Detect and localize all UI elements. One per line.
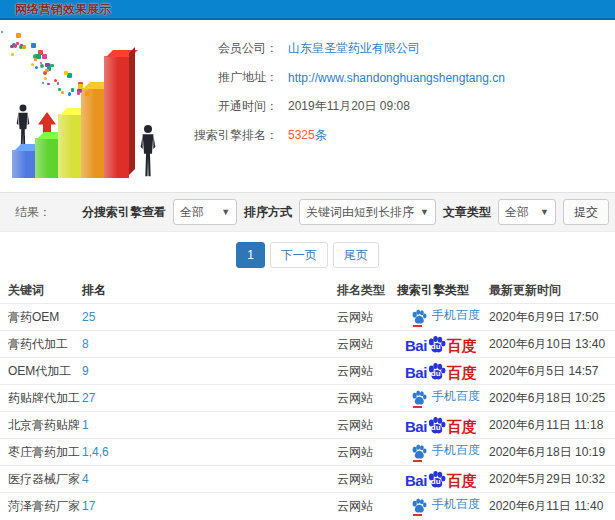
page-1-button[interactable]: 1	[236, 242, 265, 268]
engine-label: 手机百度	[432, 307, 480, 324]
chart-bar-1	[12, 150, 37, 178]
baidu-logo-name: 百度	[447, 365, 477, 380]
confetti-dot	[45, 69, 48, 72]
engine-filter-label: 分搜索引擎查看	[82, 204, 166, 221]
article-type-select[interactable]: 全部 ▼	[498, 199, 556, 225]
engine-select-value: 全部	[180, 204, 204, 221]
confetti-dot	[85, 91, 90, 96]
baidu-logo: Bai du 百度	[405, 334, 477, 353]
confetti-dot	[42, 82, 44, 84]
baidu-logo-bai: Bai	[405, 473, 427, 488]
time-cell: 2020年6月5日 14:57	[489, 364, 598, 378]
time-cell: 2020年5月29日 10:32	[489, 472, 605, 486]
engine-select[interactable]: 全部 ▼	[173, 199, 237, 225]
confetti-dot	[64, 71, 68, 75]
rank-type-cell: 云网站	[337, 337, 373, 351]
engine-cell: 手机百度	[397, 442, 489, 462]
baidu-logo-bai: Bai	[405, 338, 427, 353]
mobile-baidu-logo: 手机百度	[411, 442, 480, 459]
chevron-down-icon: ▼	[221, 207, 230, 217]
info-field-label: 会员公司：	[182, 40, 278, 57]
info-field-value[interactable]: http://www.shandonghuangshengtang.cn	[288, 71, 505, 85]
confetti-dot	[31, 43, 36, 48]
rank-link[interactable]: 1	[82, 418, 89, 432]
info-field-value: 2019年11月20日 09:08	[288, 98, 410, 115]
baidu-logo: Bai du 百度	[405, 415, 477, 434]
rank-link[interactable]: 9	[82, 364, 89, 378]
info-field-row: 会员公司： 山东皇圣堂药业有限公司	[182, 34, 612, 63]
time-cell: 2020年6月18日 10:25	[489, 391, 605, 405]
baidu-logo-bai: Bai	[405, 419, 427, 434]
info-field-label: 推广地址：	[182, 69, 278, 86]
keyword-cell: 膏药OEM	[8, 310, 59, 324]
rank-type-cell: 云网站	[337, 499, 373, 513]
col-header-rank: 排名	[82, 282, 337, 299]
confetti-dot	[35, 66, 38, 69]
businessman-right-icon	[138, 124, 158, 178]
info-field-row: 开通时间： 2019年11月20日 09:08	[182, 92, 612, 121]
baidu-logo: Bai du 百度	[405, 361, 477, 380]
pagination: 1 下一页 尾页	[0, 232, 615, 278]
info-field-label: 搜索引擎排名：	[182, 127, 278, 144]
submit-button[interactable]: 提交	[563, 199, 609, 225]
table-header-row: 关键词 排名 排名类型 搜索引擎类型 最新更新时间	[0, 278, 615, 303]
info-fields: 会员公司： 山东皇圣堂药业有限公司 推广地址： http://www.shand…	[182, 34, 612, 150]
info-field-label: 开通时间：	[182, 98, 278, 115]
confetti-dot	[22, 45, 26, 49]
article-type-value: 全部	[505, 204, 529, 221]
keyword-cell: 北京膏药贴牌	[8, 418, 80, 432]
results-table: 关键词 排名 排名类型 搜索引擎类型 最新更新时间 膏药OEM 25 云网站 手…	[0, 278, 615, 519]
baidu-paw-icon: du	[427, 361, 446, 380]
info-section: 会员公司： 山东皇圣堂药业有限公司 推广地址： http://www.shand…	[0, 20, 615, 192]
baidu-logo-name: 百度	[447, 473, 477, 488]
confetti-dot	[34, 58, 37, 61]
engine-cell: Bai du 百度	[397, 415, 489, 435]
col-header-update-time: 最新更新时间	[489, 282, 615, 299]
rank-type-cell: 云网站	[337, 391, 373, 405]
page-title: 网络营销效果展示	[15, 2, 111, 16]
next-page-button[interactable]: 下一页	[270, 242, 328, 268]
chart-bar-3	[58, 114, 83, 178]
time-cell: 2020年6月10日 13:40	[489, 337, 605, 351]
rank-link[interactable]: 4	[82, 472, 89, 486]
rank-link[interactable]: 17	[82, 499, 95, 513]
info-field-row: 搜索引擎排名： 5325条	[182, 121, 612, 150]
table-row: 枣庄膏药加工 1,4,6 云网站 手机百度 2020年6月18日 10:19	[0, 438, 615, 465]
table-row: 北京膏药贴牌 1 云网站 Bai du 百度 2020年6月11日 11:18	[0, 411, 615, 438]
article-type-label: 文章类型	[443, 204, 491, 221]
rank-type-cell: 云网站	[337, 310, 373, 324]
mobile-baidu-logo: 手机百度	[411, 388, 480, 405]
chevron-down-icon: ▼	[420, 207, 429, 217]
rank-link[interactable]: 25	[82, 310, 95, 324]
engine-cell: Bai du 百度	[397, 361, 489, 381]
baidu-paw-icon	[411, 497, 427, 513]
table-row: 药贴牌代加工 27 云网站 手机百度 2020年6月18日 10:25	[0, 384, 615, 411]
chart-bar-5	[104, 56, 129, 178]
sort-select[interactable]: 关键词由短到长排序 ▼	[299, 199, 436, 225]
rank-type-cell: 云网站	[337, 418, 373, 432]
filter-bar: 结果： 分搜索引擎查看 全部 ▼ 排序方式 关键词由短到长排序 ▼ 文章类型 全…	[0, 192, 615, 232]
confetti-dot	[44, 77, 47, 80]
keyword-cell: 菏泽膏药厂家	[8, 499, 80, 513]
engine-label: 手机百度	[432, 388, 480, 405]
keyword-cell: 枣庄膏药加工	[8, 445, 80, 459]
rank-link[interactable]: 27	[82, 391, 95, 405]
confetti-dot	[78, 84, 82, 88]
confetti-dot	[57, 82, 60, 85]
mobile-baidu-logo: 手机百度	[411, 496, 480, 513]
rank-link[interactable]: 1,4,6	[82, 445, 109, 459]
rank-link[interactable]: 8	[82, 337, 89, 351]
info-field-value[interactable]: 山东皇圣堂药业有限公司	[288, 40, 420, 57]
chevron-down-icon: ▼	[540, 207, 549, 217]
chart-bar-4	[81, 88, 106, 178]
last-page-button[interactable]: 尾页	[333, 242, 379, 268]
confetti-dot	[47, 83, 50, 86]
baidu-paw-icon	[411, 443, 427, 459]
keyword-cell: 膏药代加工	[8, 337, 68, 351]
sort-filter-label: 排序方式	[244, 204, 292, 221]
confetti-dot	[1, 31, 3, 33]
confetti-dot	[68, 92, 72, 96]
keyword-cell: 药贴牌代加工	[8, 391, 80, 405]
baidu-logo: Bai du 百度	[405, 469, 477, 488]
time-cell: 2020年6月11日 11:18	[489, 418, 603, 432]
